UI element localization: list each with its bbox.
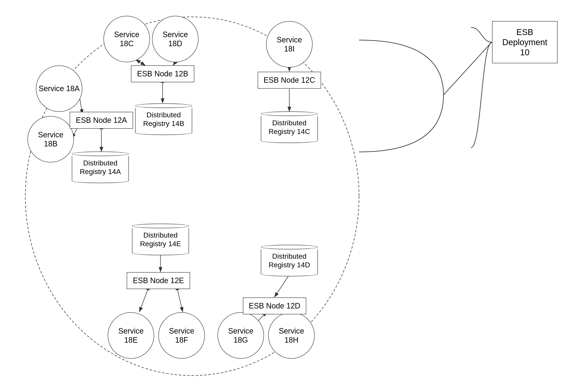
esb-node-12c: ESB Node 12C [258, 72, 321, 89]
svg-line-16 [177, 290, 183, 312]
service-18g: Service18G [218, 312, 264, 359]
esb-node-12a: ESB Node 12A [70, 112, 133, 129]
esb-node-12b: ESB Node 12B [131, 65, 194, 82]
service-18d: Service18D [152, 16, 199, 62]
service-18a: Service 18A [36, 65, 82, 112]
svg-line-17 [443, 42, 492, 95]
service-18e: Service18E [108, 312, 154, 359]
service-18f: Service18F [158, 312, 205, 359]
service-18c: Service18C [103, 16, 150, 62]
svg-line-11 [275, 275, 289, 297]
service-18i: Service18I [266, 21, 313, 68]
service-18b: Service18B [28, 116, 74, 162]
registry-14e: DistributedRegistry 14E [132, 224, 189, 256]
registry-14c: DistributedRegistry 14C [261, 112, 318, 143]
svg-line-15 [139, 290, 148, 312]
svg-line-6 [139, 62, 145, 65]
esb-deployment-box: ESBDeployment10 [492, 21, 557, 63]
esb-node-12e: ESB Node 12E [127, 272, 190, 289]
svg-line-7 [173, 62, 175, 65]
diagram-container: Service 18A Service18B Service18C Servic… [0, 0, 570, 392]
registry-14d: DistributedRegistry 14D [261, 245, 318, 277]
registry-14b: DistributedRegistry 14B [135, 103, 192, 135]
registry-14a: DistributedRegistry 14A [72, 152, 129, 183]
esb-node-12d: ESB Node 12D [243, 297, 306, 314]
service-18h: Service18H [268, 312, 315, 359]
